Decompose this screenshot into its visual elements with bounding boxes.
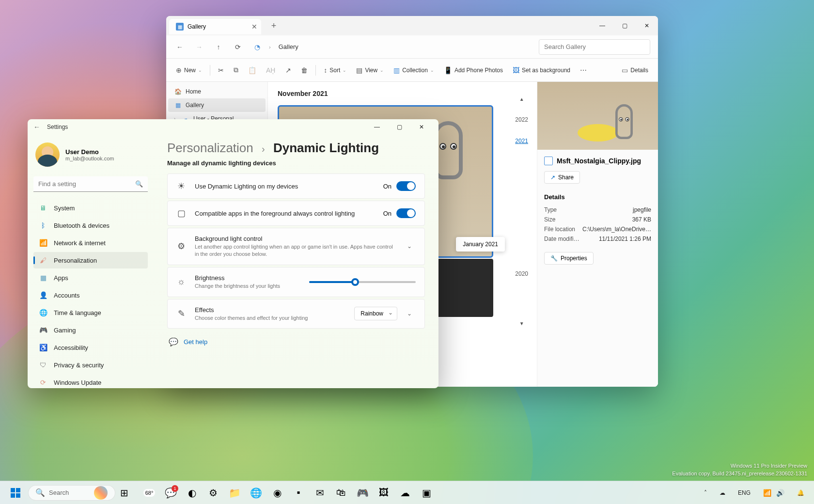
nav-accessibility[interactable]: ♿Accessibility [33, 339, 148, 356]
get-help-row: 💬 Get help [167, 335, 425, 348]
maximize-button[interactable]: ▢ [388, 119, 410, 135]
lightbulb-icon: ☀ [176, 181, 186, 191]
address-icon[interactable]: ◔ [250, 39, 265, 55]
view-button[interactable]: ▤View⌄ [352, 63, 388, 77]
nav-personalization[interactable]: 🖌Personalization [33, 252, 148, 268]
xbox-app[interactable]: 🎮 [353, 483, 372, 503]
nav-apps[interactable]: ▦Apps [33, 269, 148, 286]
new-button[interactable]: ⊕New⌄ [172, 63, 206, 77]
terminal-app[interactable]: ▪ [289, 483, 308, 503]
toggle-compat[interactable] [396, 208, 416, 218]
cloud-app[interactable]: ☁ [395, 483, 415, 503]
scroll-up-icon[interactable]: ▲ [519, 96, 524, 102]
user-badge[interactable]: User Demo m_lab@outlook.com [33, 139, 148, 176]
close-tab-icon[interactable]: ✕ [251, 23, 257, 31]
chrome-app[interactable]: ◉ [267, 483, 287, 503]
close-button[interactable]: ✕ [636, 18, 658, 33]
date-header: November 2021 [278, 90, 527, 97]
rename-button[interactable]: Aῌ [262, 63, 280, 77]
nav-network[interactable]: 📶Network & internet [33, 235, 148, 251]
more-button[interactable]: ⋯ [576, 63, 591, 77]
find-setting-input[interactable] [33, 176, 148, 192]
file-icon [544, 157, 553, 165]
refresh-button[interactable]: ⟳ [230, 39, 246, 55]
plus-icon: ⊕ [176, 66, 182, 74]
new-tab-button[interactable]: + [266, 21, 282, 31]
delete-button[interactable]: 🗑 [297, 63, 312, 77]
share-button[interactable]: ↗ [282, 63, 295, 77]
details-button[interactable]: ▭Details [618, 63, 652, 77]
get-help-link[interactable]: Get help [184, 338, 207, 346]
minimize-button[interactable]: — [366, 119, 388, 135]
chevron-down-icon[interactable]: ⌄ [403, 241, 416, 252]
forward-button[interactable]: → [191, 39, 207, 55]
user-email: m_lab@outlook.com [65, 156, 114, 161]
year-2020[interactable]: 2020 [515, 270, 528, 277]
task-view-button[interactable]: ⊞ [114, 483, 134, 503]
photos-app[interactable]: 🖼 [374, 483, 393, 503]
share-button[interactable]: ↗Share [544, 171, 580, 184]
year-scrollbar[interactable]: ▲ 2022 2021 2020 ▼ [515, 96, 528, 326]
dev-app[interactable]: ▣ [417, 483, 436, 503]
settings-main: Personalization › Dynamic Lighting Manag… [154, 135, 438, 388]
nav-time[interactable]: 🌐Time & language [33, 304, 148, 321]
add-phone-button[interactable]: 📱Add Phone Photos [440, 63, 507, 77]
breadcrumb[interactable]: Gallery [279, 43, 298, 50]
file-explorer-app[interactable]: 📁 [225, 483, 244, 503]
properties-button[interactable]: 🔧Properties [544, 252, 594, 265]
chat-app[interactable]: 💬1 [161, 483, 180, 503]
build-watermark: Windows 11 Pro Insider Preview Evaluatio… [672, 462, 807, 477]
toggle-use-dl[interactable] [396, 181, 416, 191]
detail-location: File locationC:\Users\m_la\OneDrive… [544, 226, 651, 233]
sort-icon: ↕ [324, 66, 327, 74]
year-2021[interactable]: 2021 [515, 138, 528, 144]
collection-button[interactable]: ▥Collection⌄ [390, 63, 438, 77]
volume-icon: 🔊 [776, 489, 784, 497]
copilot-app[interactable]: ◐ [182, 483, 202, 503]
brightness-slider[interactable] [309, 281, 416, 283]
tray-notifications[interactable]: 🔔 [793, 488, 808, 498]
search-highlight-icon[interactable] [94, 486, 108, 500]
sidebar-item-gallery[interactable]: ▦Gallery [168, 98, 266, 112]
explorer-tab[interactable]: ▦ Gallery ✕ [169, 19, 261, 34]
card-background-control[interactable]: ⚙ Background light control Let another a… [167, 228, 425, 265]
close-button[interactable]: ✕ [410, 119, 433, 135]
sort-button[interactable]: ↕Sort⌄ [320, 63, 350, 77]
outlook-app[interactable]: ✉ [310, 483, 329, 503]
tray-language[interactable]: ENG [734, 488, 754, 498]
settings-app[interactable]: ⚙ [204, 483, 223, 503]
breadcrumb-parent[interactable]: Personalization [167, 141, 253, 155]
minimize-button[interactable]: — [591, 18, 613, 33]
nav-privacy[interactable]: 🛡Privacy & security [33, 357, 148, 373]
set-bg-button[interactable]: 🖼Set as background [509, 63, 574, 77]
view-icon: ▤ [356, 66, 362, 74]
store-app[interactable]: 🛍 [331, 483, 351, 503]
start-button[interactable] [6, 483, 25, 503]
file-title: Msft_Nostalgia_Clippy.jpg [544, 157, 651, 165]
scroll-down-icon[interactable]: ▼ [519, 321, 524, 326]
nav-update[interactable]: ⟳Windows Update [33, 374, 148, 388]
back-button[interactable]: ← [172, 39, 188, 55]
tray-onedrive[interactable]: ☁ [716, 488, 729, 498]
year-2022[interactable]: 2022 [515, 116, 528, 123]
paste-button[interactable]: 📋 [244, 63, 260, 77]
nav-system[interactable]: 🖥System [33, 200, 148, 216]
back-button[interactable]: ← [33, 123, 47, 131]
edge-app[interactable]: 🌐 [246, 483, 266, 503]
cut-button[interactable]: ✂ [214, 63, 228, 77]
chevron-down-icon[interactable]: ⌄ [403, 308, 416, 319]
up-button[interactable]: ↑ [211, 39, 226, 55]
maximize-button[interactable]: ▢ [613, 18, 636, 33]
nav-gaming[interactable]: 🎮Gaming [33, 322, 148, 338]
tray-network-sound[interactable]: 📶 🔊 [759, 487, 788, 499]
nav-bluetooth[interactable]: ᛒBluetooth & devices [33, 217, 148, 234]
breadcrumb-current: Dynamic Lighting [273, 141, 379, 155]
search-input[interactable] [539, 39, 650, 55]
copy-button[interactable]: ⧉ [230, 63, 242, 77]
nav-accounts[interactable]: 👤Accounts [33, 287, 148, 303]
weather-widget[interactable]: 68° [140, 483, 159, 503]
share-icon: ↗ [550, 174, 555, 181]
sidebar-item-home[interactable]: 🏠Home [168, 85, 266, 98]
tray-chevron[interactable]: ˄ [700, 488, 711, 498]
effects-dropdown[interactable]: Rainbow [354, 307, 397, 320]
